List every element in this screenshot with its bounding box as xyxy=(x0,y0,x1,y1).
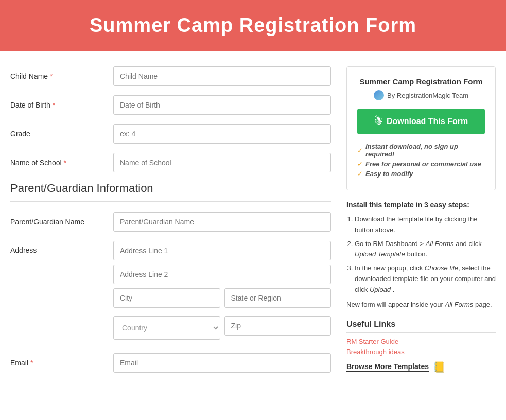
sidebar-card-title: Summer Camp Registration Form xyxy=(357,77,485,86)
browse-templates-link[interactable]: Browse More Templates xyxy=(346,362,429,372)
sidebar-author: By RegistrationMagic Team xyxy=(357,90,485,100)
download-button[interactable]: ☃ Download This Form xyxy=(357,109,485,134)
rm-starter-guide-link[interactable]: RM Starter Guide xyxy=(346,338,496,345)
email-label: Email * xyxy=(10,359,113,367)
guardian-name-label: Parent/Guardian Name xyxy=(10,218,113,226)
required-indicator: * xyxy=(30,359,33,367)
city-input[interactable] xyxy=(113,288,220,308)
address-line2-input[interactable] xyxy=(113,265,331,284)
address-row: Address Country United States United Kin… xyxy=(10,241,331,344)
install-step: Download the template file by clicking t… xyxy=(355,214,496,236)
install-step: Go to RM Dashboard > All Forms and click… xyxy=(355,239,496,260)
country-select[interactable]: Country United States United Kingdom Can… xyxy=(113,316,220,340)
download-button-label: Download This Form xyxy=(387,117,468,126)
address-label: Address xyxy=(10,241,113,254)
author-avatar xyxy=(374,90,384,100)
feature-item: ✓ Easy to modify xyxy=(357,170,485,178)
school-name-row: Name of School * xyxy=(10,153,331,172)
grade-label: Grade xyxy=(10,130,113,138)
feature-list: ✓ Instant download, no sign up required!… xyxy=(357,143,485,178)
zip-input[interactable] xyxy=(224,316,331,336)
grade-input[interactable] xyxy=(113,124,331,144)
checkmark-icon: ✓ xyxy=(357,160,363,168)
useful-links-title: Useful Links xyxy=(346,320,496,329)
country-zip-row: Country United States United Kingdom Can… xyxy=(113,316,331,340)
dob-label: Date of Birth * xyxy=(10,101,113,109)
checkmark-icon: ✓ xyxy=(357,147,363,154)
dob-input[interactable] xyxy=(113,95,331,115)
useful-links-section: Useful Links RM Starter Guide Breakthrou… xyxy=(346,314,496,373)
author-name: By RegistrationMagic Team xyxy=(387,92,468,99)
feature-text: Instant download, no sign up required! xyxy=(365,143,485,158)
form-section: Child Name * Date of Birth * Grade Name … xyxy=(10,66,331,382)
guardian-name-row: Parent/Guardian Name xyxy=(10,212,331,232)
sidebar-card: Summer Camp Registration Form By Registr… xyxy=(346,66,496,190)
browse-templates-row: Browse More Templates 📒 xyxy=(346,361,496,373)
install-note: New form will appear inside your All For… xyxy=(346,300,496,310)
templates-icon: 📒 xyxy=(433,361,446,373)
page-header: Summer Camp Registration Form xyxy=(0,0,506,51)
guardian-name-input[interactable] xyxy=(113,212,331,232)
required-indicator: * xyxy=(64,159,66,167)
city-state-row xyxy=(113,288,331,312)
useful-links-divider xyxy=(346,332,496,332)
sidebar: Summer Camp Registration Form By Registr… xyxy=(346,66,496,382)
install-step: In the new popup, click Choose file, sel… xyxy=(355,263,496,295)
feature-text: Free for personal or commercial use xyxy=(365,160,481,168)
required-indicator: * xyxy=(50,72,53,80)
address-line1-input[interactable] xyxy=(113,241,331,260)
breakthrough-ideas-link[interactable]: Breakthrough ideas xyxy=(346,348,496,356)
install-steps: Download the template file by clicking t… xyxy=(346,214,496,295)
page-title: Summer Camp Registration Form xyxy=(10,14,496,37)
state-input[interactable] xyxy=(224,288,331,308)
main-content: Child Name * Date of Birth * Grade Name … xyxy=(0,51,506,397)
child-name-input[interactable] xyxy=(113,66,331,86)
section-divider xyxy=(10,201,331,202)
email-row: Email * xyxy=(10,353,331,373)
install-section: Install this template in 3 easy steps: D… xyxy=(346,201,496,314)
child-name-row: Child Name * xyxy=(10,66,331,86)
download-icon: ☃ xyxy=(374,116,382,127)
checkmark-icon: ✓ xyxy=(357,170,363,178)
dob-row: Date of Birth * xyxy=(10,95,331,115)
school-name-input[interactable] xyxy=(113,153,331,172)
address-block: Country United States United Kingdom Can… xyxy=(113,241,331,344)
child-name-label: Child Name * xyxy=(10,72,113,80)
feature-text: Easy to modify xyxy=(365,170,413,178)
feature-item: ✓ Instant download, no sign up required! xyxy=(357,143,485,158)
grade-row: Grade xyxy=(10,124,331,144)
guardian-section-heading: Parent/Guardian Information xyxy=(10,182,331,195)
email-input[interactable] xyxy=(113,353,331,373)
required-indicator: * xyxy=(53,101,55,109)
feature-item: ✓ Free for personal or commercial use xyxy=(357,160,485,168)
install-title: Install this template in 3 easy steps: xyxy=(346,201,496,209)
school-name-label: Name of School * xyxy=(10,159,113,167)
